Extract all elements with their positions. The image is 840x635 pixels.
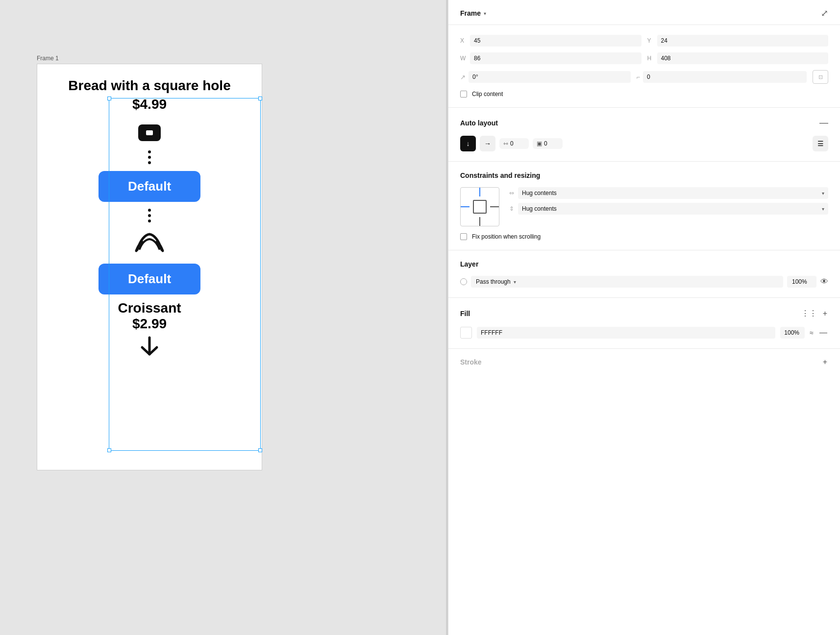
vertical-constraint-icon: ⇕ — [509, 205, 514, 212]
layer-section: Layer Pass through ▾ 👁 — [448, 250, 840, 298]
auto-layout-collapse[interactable]: — — [819, 118, 828, 128]
stroke-header: Stroke + — [460, 357, 828, 367]
w-field: W — [460, 52, 642, 64]
auto-layout-controls: ↓ → ⇿ ▣ ☰ — [460, 136, 828, 151]
constraints-title: Constraints and resizing — [460, 171, 540, 179]
fill-row: ≈ — — [460, 327, 828, 339]
al-spacing-input-group: ⇿ — [499, 138, 529, 149]
angle-field: ↗ — [460, 71, 631, 83]
layer-title: Layer — [460, 260, 478, 268]
y-input[interactable] — [657, 35, 829, 47]
clip-content-row: Clip content — [460, 91, 828, 98]
y-field: Y — [647, 35, 829, 47]
stroke-add-btn[interactable]: + — [822, 357, 828, 367]
three-dots-1 — [148, 147, 151, 168]
horizontal-constraint-chevron: ▾ — [822, 191, 824, 196]
default-button-2[interactable]: Default — [99, 264, 200, 294]
fill-hide-icon[interactable]: ≈ — [810, 329, 814, 337]
frame-section-title: Frame — [460, 9, 481, 17]
item-title: Bread with a square hole — [63, 69, 235, 97]
cv-line-right — [490, 206, 499, 207]
layer-blend-mode-select[interactable]: Pass through ▾ — [471, 276, 783, 288]
fill-hex-input[interactable] — [477, 327, 775, 339]
constraints-grid: ⇔ Hug contents ▾ ⇕ Hug contents ▾ — [460, 187, 828, 226]
fix-position-checkbox[interactable] — [460, 233, 467, 240]
auto-layout-section: Auto layout — ↓ → ⇿ ▣ ☰ — [448, 108, 840, 162]
constrain-proportions-btn[interactable]: ⊡ — [813, 70, 828, 84]
croissant-title: Croissant — [118, 297, 181, 316]
vertical-constraint-value: Hug contents — [522, 205, 557, 212]
constraints-header: Constraints and resizing — [460, 171, 828, 179]
clip-content-label: Clip content — [472, 91, 503, 98]
h-input[interactable] — [657, 52, 829, 64]
dot — [148, 156, 151, 159]
w-input[interactable] — [470, 52, 642, 64]
y-label: Y — [647, 37, 654, 44]
default-button-1[interactable]: Default — [99, 171, 200, 202]
item-price: $4.99 — [132, 97, 167, 117]
al-padding-input[interactable] — [544, 140, 559, 147]
angle-icon: ↗ — [460, 73, 466, 81]
fill-section: Fill ⋮⋮ + ≈ — — [448, 298, 840, 349]
croissant-bottom-icon — [135, 332, 164, 364]
horizontal-constraint-icon: ⇔ — [509, 190, 514, 196]
dot — [148, 220, 151, 222]
w-label: W — [460, 55, 467, 62]
corner-input[interactable] — [643, 71, 807, 83]
constraint-dropdowns: ⇔ Hug contents ▾ ⇕ Hug contents ▾ — [509, 187, 828, 215]
artboard-content: Bread with a square hole $4.99 Default — [37, 64, 262, 369]
auto-layout-title: Auto layout — [460, 119, 498, 127]
shrink-icon[interactable]: ⤢ — [821, 8, 828, 19]
fill-add-btn[interactable]: + — [822, 308, 828, 319]
fill-remove-btn[interactable]: — — [818, 327, 828, 338]
cv-line-top — [479, 188, 480, 196]
dot — [148, 209, 151, 212]
fix-position-label: Fix position when scrolling — [472, 233, 541, 240]
horizontal-constraint-select[interactable]: Hug contents ▾ — [518, 187, 828, 199]
croissant-icon — [132, 226, 167, 261]
frame-section-header: Frame ▾ ⤢ — [448, 0, 840, 25]
layer-blend-mode-icon — [460, 278, 467, 285]
frame-label: Frame 1 — [37, 55, 59, 62]
al-text-align-btn[interactable]: ☰ — [813, 136, 828, 151]
xy-row: X Y — [460, 35, 828, 47]
vertical-constraint-chevron: ▾ — [822, 206, 824, 212]
dot — [148, 150, 151, 153]
al-spacing-input[interactable] — [510, 140, 525, 147]
frame-dropdown-chevron[interactable]: ▾ — [484, 11, 486, 16]
fill-opacity-input[interactable] — [780, 327, 805, 339]
h-field: H — [647, 52, 829, 64]
dot — [148, 214, 151, 217]
fill-header: Fill ⋮⋮ + — [460, 308, 828, 319]
cv-line-bottom — [479, 217, 480, 226]
auto-layout-header: Auto layout — — [460, 118, 828, 128]
clip-content-checkbox[interactable] — [460, 91, 467, 98]
fill-style-btn[interactable]: ⋮⋮ — [800, 308, 818, 319]
artboard: Bread with a square hole $4.99 Default — [37, 64, 262, 470]
horizontal-constraint-row: ⇔ Hug contents ▾ — [509, 187, 828, 199]
fill-action-icons: ⋮⋮ + — [800, 308, 828, 319]
layer-blend-mode-value: Pass through — [476, 278, 511, 285]
layer-visibility-icon[interactable]: 👁 — [820, 277, 828, 286]
al-direction-right[interactable]: → — [480, 136, 495, 151]
fix-position-row: Fix position when scrolling — [460, 233, 828, 240]
layer-opacity-input[interactable] — [787, 276, 816, 288]
vertical-constraint-row: ⇕ Hug contents ▾ — [509, 203, 828, 215]
wh-row: W H — [460, 52, 828, 64]
frame-properties: X Y W H ↗ ⌐ — [448, 25, 840, 108]
croissant-price: $2.99 — [132, 316, 167, 332]
layer-blend-mode-chevron: ▾ — [514, 279, 516, 285]
fill-color-swatch[interactable] — [460, 327, 472, 339]
panel-divider — [446, 0, 448, 635]
cv-inner — [473, 200, 487, 214]
dot — [148, 161, 151, 164]
h-label: H — [647, 55, 654, 62]
x-field: X — [460, 35, 642, 47]
vertical-constraint-select[interactable]: Hug contents ▾ — [518, 203, 828, 215]
layer-row: Pass through ▾ 👁 — [460, 276, 828, 288]
x-input[interactable] — [470, 35, 642, 47]
al-direction-down[interactable]: ↓ — [460, 136, 476, 151]
angle-input[interactable] — [469, 71, 631, 83]
canvas: Frame 1 Bread with a square hole $4.99 — [0, 0, 446, 635]
bread-icon — [135, 117, 164, 147]
